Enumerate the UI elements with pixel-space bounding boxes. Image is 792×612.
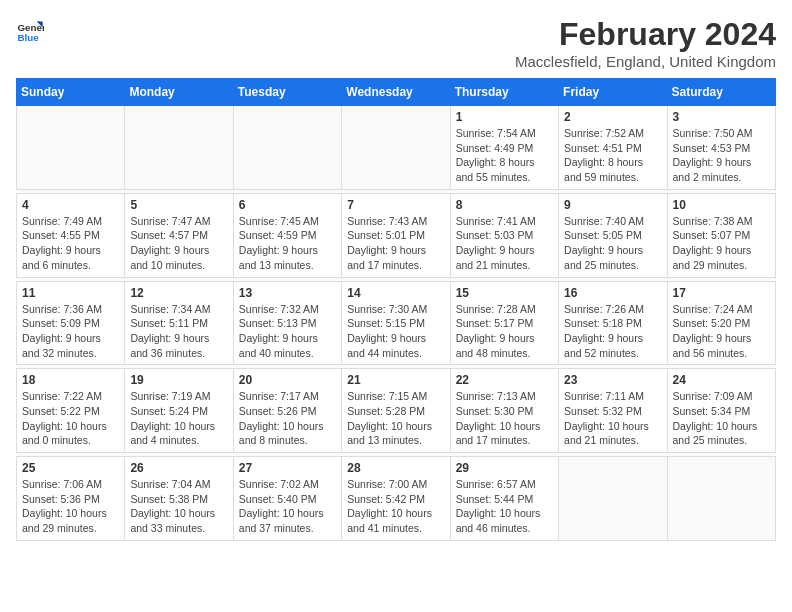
day-info: Sunrise: 7:13 AM Sunset: 5:30 PM Dayligh… bbox=[456, 389, 553, 448]
day-info: Sunrise: 7:45 AM Sunset: 4:59 PM Dayligh… bbox=[239, 214, 336, 273]
title-area: February 2024 Macclesfield, England, Uni… bbox=[515, 16, 776, 70]
day-info: Sunrise: 7:28 AM Sunset: 5:17 PM Dayligh… bbox=[456, 302, 553, 361]
day-info: Sunrise: 7:43 AM Sunset: 5:01 PM Dayligh… bbox=[347, 214, 444, 273]
day-number: 27 bbox=[239, 461, 336, 475]
calendar-cell: 21Sunrise: 7:15 AM Sunset: 5:28 PM Dayli… bbox=[342, 369, 450, 453]
calendar-cell: 12Sunrise: 7:34 AM Sunset: 5:11 PM Dayli… bbox=[125, 281, 233, 365]
logo-icon: General Blue bbox=[16, 16, 44, 44]
day-number: 12 bbox=[130, 286, 227, 300]
calendar-cell: 17Sunrise: 7:24 AM Sunset: 5:20 PM Dayli… bbox=[667, 281, 775, 365]
calendar-cell: 24Sunrise: 7:09 AM Sunset: 5:34 PM Dayli… bbox=[667, 369, 775, 453]
calendar-cell: 5Sunrise: 7:47 AM Sunset: 4:57 PM Daylig… bbox=[125, 193, 233, 277]
day-info: Sunrise: 7:34 AM Sunset: 5:11 PM Dayligh… bbox=[130, 302, 227, 361]
day-number: 21 bbox=[347, 373, 444, 387]
day-number: 15 bbox=[456, 286, 553, 300]
calendar-cell bbox=[559, 457, 667, 541]
calendar-week-3: 11Sunrise: 7:36 AM Sunset: 5:09 PM Dayli… bbox=[17, 281, 776, 365]
day-number: 28 bbox=[347, 461, 444, 475]
calendar-cell: 4Sunrise: 7:49 AM Sunset: 4:55 PM Daylig… bbox=[17, 193, 125, 277]
calendar-week-4: 18Sunrise: 7:22 AM Sunset: 5:22 PM Dayli… bbox=[17, 369, 776, 453]
day-info: Sunrise: 7:00 AM Sunset: 5:42 PM Dayligh… bbox=[347, 477, 444, 536]
day-number: 20 bbox=[239, 373, 336, 387]
day-info: Sunrise: 7:04 AM Sunset: 5:38 PM Dayligh… bbox=[130, 477, 227, 536]
day-info: Sunrise: 7:19 AM Sunset: 5:24 PM Dayligh… bbox=[130, 389, 227, 448]
calendar-cell: 9Sunrise: 7:40 AM Sunset: 5:05 PM Daylig… bbox=[559, 193, 667, 277]
day-number: 22 bbox=[456, 373, 553, 387]
day-info: Sunrise: 7:50 AM Sunset: 4:53 PM Dayligh… bbox=[673, 126, 770, 185]
calendar-week-1: 1Sunrise: 7:54 AM Sunset: 4:49 PM Daylig… bbox=[17, 106, 776, 190]
day-info: Sunrise: 6:57 AM Sunset: 5:44 PM Dayligh… bbox=[456, 477, 553, 536]
day-number: 5 bbox=[130, 198, 227, 212]
day-info: Sunrise: 7:49 AM Sunset: 4:55 PM Dayligh… bbox=[22, 214, 119, 273]
calendar-cell: 28Sunrise: 7:00 AM Sunset: 5:42 PM Dayli… bbox=[342, 457, 450, 541]
calendar-cell: 7Sunrise: 7:43 AM Sunset: 5:01 PM Daylig… bbox=[342, 193, 450, 277]
calendar-cell: 26Sunrise: 7:04 AM Sunset: 5:38 PM Dayli… bbox=[125, 457, 233, 541]
day-info: Sunrise: 7:11 AM Sunset: 5:32 PM Dayligh… bbox=[564, 389, 661, 448]
weekday-header-sunday: Sunday bbox=[17, 79, 125, 106]
calendar-cell bbox=[342, 106, 450, 190]
day-info: Sunrise: 7:26 AM Sunset: 5:18 PM Dayligh… bbox=[564, 302, 661, 361]
calendar-week-5: 25Sunrise: 7:06 AM Sunset: 5:36 PM Dayli… bbox=[17, 457, 776, 541]
weekday-header-saturday: Saturday bbox=[667, 79, 775, 106]
day-info: Sunrise: 7:40 AM Sunset: 5:05 PM Dayligh… bbox=[564, 214, 661, 273]
calendar-cell: 20Sunrise: 7:17 AM Sunset: 5:26 PM Dayli… bbox=[233, 369, 341, 453]
day-number: 8 bbox=[456, 198, 553, 212]
day-number: 6 bbox=[239, 198, 336, 212]
calendar-cell: 25Sunrise: 7:06 AM Sunset: 5:36 PM Dayli… bbox=[17, 457, 125, 541]
day-info: Sunrise: 7:32 AM Sunset: 5:13 PM Dayligh… bbox=[239, 302, 336, 361]
weekday-header-thursday: Thursday bbox=[450, 79, 558, 106]
svg-text:Blue: Blue bbox=[17, 32, 39, 43]
page-header: General Blue February 2024 Macclesfield,… bbox=[16, 16, 776, 70]
day-info: Sunrise: 7:06 AM Sunset: 5:36 PM Dayligh… bbox=[22, 477, 119, 536]
day-number: 18 bbox=[22, 373, 119, 387]
weekday-header-friday: Friday bbox=[559, 79, 667, 106]
day-info: Sunrise: 7:38 AM Sunset: 5:07 PM Dayligh… bbox=[673, 214, 770, 273]
day-number: 2 bbox=[564, 110, 661, 124]
calendar-cell: 6Sunrise: 7:45 AM Sunset: 4:59 PM Daylig… bbox=[233, 193, 341, 277]
calendar-table: SundayMondayTuesdayWednesdayThursdayFrid… bbox=[16, 78, 776, 541]
day-info: Sunrise: 7:41 AM Sunset: 5:03 PM Dayligh… bbox=[456, 214, 553, 273]
day-number: 24 bbox=[673, 373, 770, 387]
weekday-header-monday: Monday bbox=[125, 79, 233, 106]
calendar-title: February 2024 bbox=[515, 16, 776, 53]
weekday-header-tuesday: Tuesday bbox=[233, 79, 341, 106]
calendar-cell: 29Sunrise: 6:57 AM Sunset: 5:44 PM Dayli… bbox=[450, 457, 558, 541]
calendar-cell: 2Sunrise: 7:52 AM Sunset: 4:51 PM Daylig… bbox=[559, 106, 667, 190]
calendar-cell: 19Sunrise: 7:19 AM Sunset: 5:24 PM Dayli… bbox=[125, 369, 233, 453]
calendar-cell: 1Sunrise: 7:54 AM Sunset: 4:49 PM Daylig… bbox=[450, 106, 558, 190]
day-number: 10 bbox=[673, 198, 770, 212]
calendar-cell: 8Sunrise: 7:41 AM Sunset: 5:03 PM Daylig… bbox=[450, 193, 558, 277]
day-info: Sunrise: 7:52 AM Sunset: 4:51 PM Dayligh… bbox=[564, 126, 661, 185]
calendar-cell: 27Sunrise: 7:02 AM Sunset: 5:40 PM Dayli… bbox=[233, 457, 341, 541]
day-info: Sunrise: 7:15 AM Sunset: 5:28 PM Dayligh… bbox=[347, 389, 444, 448]
calendar-cell bbox=[667, 457, 775, 541]
calendar-location: Macclesfield, England, United Kingdom bbox=[515, 53, 776, 70]
day-number: 23 bbox=[564, 373, 661, 387]
day-info: Sunrise: 7:02 AM Sunset: 5:40 PM Dayligh… bbox=[239, 477, 336, 536]
calendar-cell: 15Sunrise: 7:28 AM Sunset: 5:17 PM Dayli… bbox=[450, 281, 558, 365]
calendar-cell: 3Sunrise: 7:50 AM Sunset: 4:53 PM Daylig… bbox=[667, 106, 775, 190]
day-info: Sunrise: 7:24 AM Sunset: 5:20 PM Dayligh… bbox=[673, 302, 770, 361]
day-info: Sunrise: 7:30 AM Sunset: 5:15 PM Dayligh… bbox=[347, 302, 444, 361]
day-info: Sunrise: 7:22 AM Sunset: 5:22 PM Dayligh… bbox=[22, 389, 119, 448]
day-number: 17 bbox=[673, 286, 770, 300]
day-number: 11 bbox=[22, 286, 119, 300]
day-info: Sunrise: 7:54 AM Sunset: 4:49 PM Dayligh… bbox=[456, 126, 553, 185]
day-number: 9 bbox=[564, 198, 661, 212]
day-info: Sunrise: 7:47 AM Sunset: 4:57 PM Dayligh… bbox=[130, 214, 227, 273]
calendar-cell bbox=[17, 106, 125, 190]
calendar-cell: 22Sunrise: 7:13 AM Sunset: 5:30 PM Dayli… bbox=[450, 369, 558, 453]
day-number: 3 bbox=[673, 110, 770, 124]
day-number: 16 bbox=[564, 286, 661, 300]
day-number: 25 bbox=[22, 461, 119, 475]
logo: General Blue bbox=[16, 16, 44, 44]
weekday-header-row: SundayMondayTuesdayWednesdayThursdayFrid… bbox=[17, 79, 776, 106]
calendar-cell: 14Sunrise: 7:30 AM Sunset: 5:15 PM Dayli… bbox=[342, 281, 450, 365]
day-number: 26 bbox=[130, 461, 227, 475]
calendar-cell: 10Sunrise: 7:38 AM Sunset: 5:07 PM Dayli… bbox=[667, 193, 775, 277]
weekday-header-wednesday: Wednesday bbox=[342, 79, 450, 106]
day-info: Sunrise: 7:17 AM Sunset: 5:26 PM Dayligh… bbox=[239, 389, 336, 448]
calendar-cell: 23Sunrise: 7:11 AM Sunset: 5:32 PM Dayli… bbox=[559, 369, 667, 453]
day-number: 14 bbox=[347, 286, 444, 300]
day-number: 19 bbox=[130, 373, 227, 387]
